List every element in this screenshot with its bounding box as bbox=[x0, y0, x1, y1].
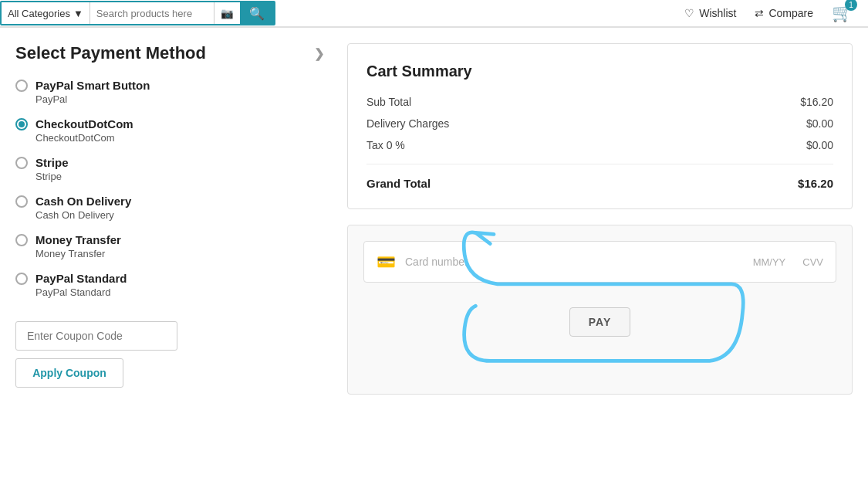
radio-stripe[interactable] bbox=[15, 157, 28, 169]
payment-label-checkoutdotcom: CheckoutDotCom bbox=[35, 117, 133, 130]
payment-sublabel-checkoutdotcom: CheckoutDotCom bbox=[35, 132, 324, 144]
cart-summary-title: Cart Summary bbox=[366, 63, 833, 80]
search-input[interactable] bbox=[90, 2, 214, 24]
coupon-section: Apply Coupon bbox=[15, 321, 324, 388]
summary-row-subtotal: Sub Total $16.20 bbox=[366, 96, 833, 108]
subtotal-value: $16.20 bbox=[800, 96, 833, 108]
radio-paypal-smart[interactable] bbox=[15, 80, 28, 92]
radio-money-transfer[interactable] bbox=[15, 234, 28, 246]
payment-option-money-transfer[interactable]: Money Transfer Money Transfer bbox=[15, 233, 324, 259]
wishlist-label: Wishlist bbox=[699, 7, 736, 19]
category-label: All Categories bbox=[8, 8, 70, 19]
tax-label: Tax 0 % bbox=[366, 139, 405, 151]
summary-row-delivery: Delivery Charges $0.00 bbox=[366, 117, 833, 130]
pay-button[interactable]: PAY bbox=[569, 307, 630, 337]
subtotal-label: Sub Total bbox=[366, 96, 411, 108]
payment-option-checkoutdotcom[interactable]: CheckoutDotCom CheckoutDotCom bbox=[15, 117, 324, 144]
camera-button[interactable]: 📷 bbox=[214, 2, 240, 24]
payment-sublabel-paypal-standard: PayPal Standard bbox=[35, 286, 324, 298]
category-chevron: ▼ bbox=[73, 8, 83, 19]
page-title-chevron-icon: ❯ bbox=[314, 46, 324, 61]
compare-label: Compare bbox=[768, 7, 813, 19]
left-panel: Select Payment Method ❯ PayPal Smart But… bbox=[15, 43, 324, 395]
payment-options-list: PayPal Smart Button PayPal CheckoutDotCo… bbox=[15, 79, 324, 298]
payment-option-paypal-standard[interactable]: PayPal Standard PayPal Standard bbox=[15, 272, 324, 298]
right-panel: Cart Summary Sub Total $16.20 Delivery C… bbox=[347, 43, 853, 395]
summary-grand-total-row: Grand Total $16.20 bbox=[366, 177, 833, 190]
payment-label-paypal-standard: PayPal Standard bbox=[35, 272, 127, 285]
radio-cash-on-delivery[interactable] bbox=[15, 195, 28, 208]
card-number-placeholder: Card number bbox=[405, 256, 744, 268]
search-button[interactable]: 🔍 bbox=[240, 2, 274, 24]
radio-checkoutdotcom[interactable] bbox=[15, 118, 28, 130]
page-title-row: Select Payment Method ❯ bbox=[15, 43, 324, 63]
apply-coupon-button[interactable]: Apply Coupon bbox=[15, 358, 123, 388]
search-bar: All Categories ▼ 📷 🔍 bbox=[0, 1, 275, 25]
payment-option-stripe[interactable]: Stripe Stripe bbox=[15, 156, 324, 182]
pay-button-area: PAY bbox=[363, 295, 836, 349]
delivery-value: $0.00 bbox=[806, 117, 833, 130]
header-right: ♡ Wishlist ⇄ Compare 🛒 1 bbox=[684, 3, 853, 23]
summary-divider bbox=[366, 164, 833, 164]
payment-widget-area: 💳 Card number MM/YY CVV PAY bbox=[347, 225, 853, 395]
apply-coupon-label: Apply Coupon bbox=[32, 367, 106, 379]
card-expiry-placeholder: MM/YY bbox=[753, 256, 786, 268]
payment-sublabel-cash-on-delivery: Cash On Delivery bbox=[35, 209, 324, 221]
payment-label-money-transfer: Money Transfer bbox=[35, 233, 121, 246]
header: All Categories ▼ 📷 🔍 ♡ Wishlist ⇄ Compar… bbox=[0, 0, 868, 28]
page-title: Select Payment Method bbox=[15, 43, 206, 63]
grand-total-label: Grand Total bbox=[366, 177, 431, 190]
pay-button-label: PAY bbox=[589, 316, 611, 328]
card-cvv-placeholder: CVV bbox=[802, 256, 823, 268]
payment-option-paypal-smart[interactable]: PayPal Smart Button PayPal bbox=[15, 79, 324, 105]
compare-button[interactable]: ⇄ Compare bbox=[755, 7, 813, 19]
search-icon: 🔍 bbox=[249, 6, 265, 21]
payment-option-cash-on-delivery[interactable]: Cash On Delivery Cash On Delivery bbox=[15, 195, 324, 221]
radio-paypal-standard[interactable] bbox=[15, 273, 28, 285]
payment-label-cash-on-delivery: Cash On Delivery bbox=[35, 195, 131, 208]
credit-card-icon: 💳 bbox=[377, 252, 396, 271]
wishlist-button[interactable]: ♡ Wishlist bbox=[684, 7, 736, 19]
camera-icon: 📷 bbox=[221, 8, 234, 19]
cart-summary-box: Cart Summary Sub Total $16.20 Delivery C… bbox=[347, 43, 853, 209]
coupon-input[interactable] bbox=[15, 321, 177, 351]
payment-sublabel-paypal-smart: PayPal bbox=[35, 93, 324, 105]
summary-row-tax: Tax 0 % $0.00 bbox=[366, 139, 833, 151]
payment-sublabel-money-transfer: Money Transfer bbox=[35, 248, 324, 259]
main-content: Select Payment Method ❯ PayPal Smart But… bbox=[0, 28, 868, 410]
category-select[interactable]: All Categories ▼ bbox=[2, 2, 90, 24]
compare-icon: ⇄ bbox=[755, 7, 764, 19]
tax-value: $0.00 bbox=[806, 139, 833, 151]
grand-total-value: $16.20 bbox=[798, 177, 833, 190]
delivery-label: Delivery Charges bbox=[366, 117, 449, 130]
payment-label-paypal-smart: PayPal Smart Button bbox=[35, 79, 150, 92]
heart-icon: ♡ bbox=[684, 7, 694, 19]
payment-sublabel-stripe: Stripe bbox=[35, 171, 324, 182]
payment-label-stripe: Stripe bbox=[35, 156, 69, 169]
card-input-row[interactable]: 💳 Card number MM/YY CVV bbox=[363, 241, 836, 283]
cart-badge: 1 bbox=[845, 0, 857, 11]
cart-button[interactable]: 🛒 1 bbox=[832, 3, 853, 23]
